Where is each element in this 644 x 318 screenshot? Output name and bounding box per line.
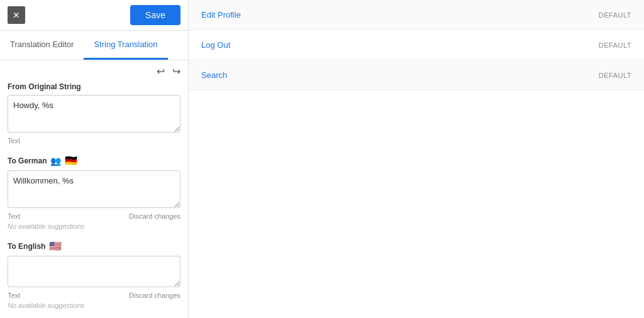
us-flag: 🇺🇸 xyxy=(49,240,62,252)
string-item: Log OutDEFAULT xyxy=(189,30,644,60)
left-panel: ✕ Save Translation Editor String Transla… xyxy=(0,0,189,318)
to-german-label: To German 👥 🇩🇪 xyxy=(8,155,180,167)
string-item-left: Edit Profile xyxy=(201,10,241,19)
to-english-discard[interactable]: Discard changes xyxy=(129,292,180,299)
string-item-name[interactable]: Edit Profile xyxy=(201,10,241,19)
to-german-section: To German 👥 🇩🇪 Text Discard changes No a… xyxy=(8,155,180,230)
to-german-suggestions: No available suggestions xyxy=(8,222,180,230)
tab-string-translation[interactable]: String Translation xyxy=(84,31,167,60)
save-button[interactable]: Save xyxy=(130,5,180,25)
to-english-meta: Text Discard changes xyxy=(8,292,180,299)
arrow-forward-button[interactable]: ↪ xyxy=(172,65,180,77)
tab-translation-editor[interactable]: Translation Editor xyxy=(0,31,84,60)
editor-body: From Original String Text To German 👥 🇩🇪… xyxy=(0,82,188,318)
arrow-back-button[interactable]: ↩ xyxy=(157,65,165,77)
string-item: SearchDEFAULT xyxy=(189,60,644,90)
string-item-name[interactable]: Search xyxy=(201,70,227,80)
from-original-input[interactable] xyxy=(8,95,180,133)
string-item-name[interactable]: Log Out xyxy=(201,40,230,50)
from-original-meta: Text xyxy=(8,137,180,145)
string-item: Edit ProfileDEFAULT xyxy=(189,0,644,30)
right-panel: Edit ProfileDEFAULTLog OutDEFAULTSearchD… xyxy=(189,0,644,318)
to-german-type: Text xyxy=(8,212,20,220)
string-item-left: Log Out xyxy=(201,40,230,50)
to-english-input[interactable] xyxy=(8,256,180,287)
from-original-type: Text xyxy=(8,137,20,145)
to-english-label: To English 🇺🇸 xyxy=(8,240,180,252)
to-german-input[interactable] xyxy=(8,170,180,208)
from-original-section: From Original String Text xyxy=(8,82,180,145)
to-german-meta: Text Discard changes xyxy=(8,212,180,220)
close-button[interactable]: ✕ xyxy=(8,6,25,24)
nav-arrows: ↩ ↪ xyxy=(0,60,188,82)
string-item-badge: DEFAULT xyxy=(599,72,631,79)
to-german-discard[interactable]: Discard changes xyxy=(129,212,180,220)
to-english-suggestions: No available suggestions xyxy=(8,302,180,309)
from-original-label: From Original String xyxy=(8,82,180,91)
string-item-badge: DEFAULT xyxy=(599,41,631,49)
string-list: Edit ProfileDEFAULTLog OutDEFAULTSearchD… xyxy=(189,0,644,90)
string-item-left: Search xyxy=(201,70,227,80)
top-bar: ✕ Save xyxy=(0,0,188,31)
german-flag: 🇩🇪 xyxy=(65,155,77,167)
to-english-section: To English 🇺🇸 Text Discard changes No av… xyxy=(8,240,180,309)
to-english-type: Text xyxy=(8,292,20,299)
string-item-badge: DEFAULT xyxy=(599,11,631,19)
tabs-container: Translation Editor String Translation xyxy=(0,31,188,60)
people-icon: 👥 xyxy=(50,156,61,166)
